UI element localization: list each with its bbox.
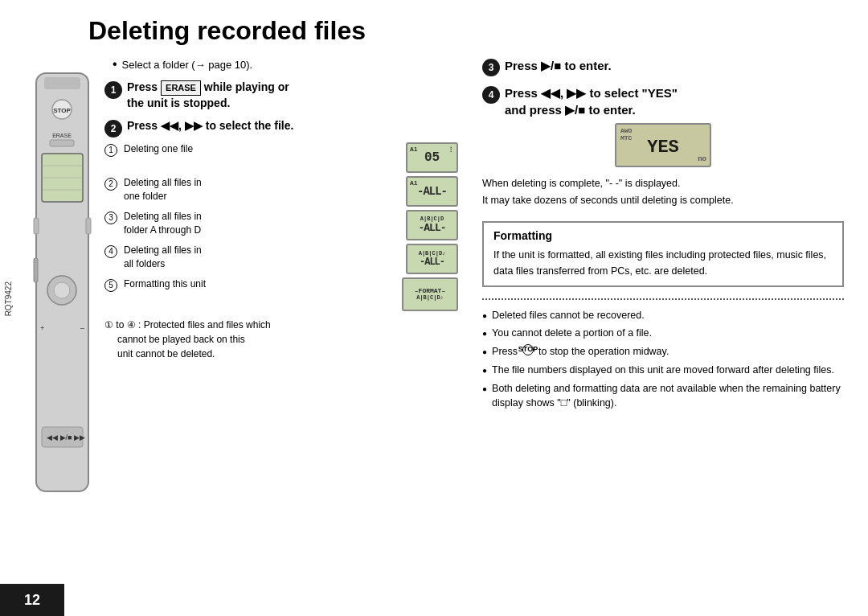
formatting-text: If the unit is formatted, all existing f… bbox=[493, 247, 833, 279]
protected-note: ① to ④ : Protected files and files which… bbox=[104, 318, 458, 361]
sub-step-3: 3 Deleting all files infolder A through … bbox=[104, 210, 458, 240]
dotted-separator bbox=[482, 298, 844, 300]
step-4-text: Press ◀◀, ▶▶ to select "YES" and press ▶… bbox=[505, 84, 678, 118]
svg-rect-1 bbox=[44, 77, 80, 89]
sub-step-4: 4 Deleting all files inall folders A|B|C… bbox=[104, 244, 458, 274]
bullet-4: The file numbers displayed on this unit … bbox=[482, 363, 844, 378]
lcd-yes-wrapper: AWO MTC YES no bbox=[482, 123, 844, 167]
page-number: 12 bbox=[0, 584, 64, 616]
lcd-2: Al -ALL- bbox=[406, 176, 458, 207]
lcd-4: A|B|C|D♪ -ALL- bbox=[406, 244, 458, 274]
step-3-number: 3 bbox=[482, 59, 500, 76]
svg-text:–: – bbox=[80, 324, 84, 332]
step-2-number: 2 bbox=[104, 120, 122, 138]
left-column: STOP ERASE + bbox=[24, 57, 458, 585]
svg-text:ERASE: ERASE bbox=[52, 133, 72, 138]
svg-text:+: + bbox=[40, 324, 44, 332]
stop-icon: STOP bbox=[522, 344, 534, 355]
sub-step-2: 2 Deleting all files inone folder Al -AL… bbox=[104, 176, 458, 207]
svg-point-13 bbox=[54, 282, 70, 298]
svg-text:◀◀ ▶/■ ▶▶: ◀◀ ▶/■ ▶▶ bbox=[47, 433, 85, 441]
sub-step-5: 5 Formatting this unit –FORMAT– A|B|C|D♪ bbox=[104, 277, 458, 311]
step-2-text: Press ◀◀, ▶▶ to select the file. bbox=[127, 118, 293, 134]
bullet-3: Press STOP to stop the operation midway. bbox=[482, 344, 844, 359]
step-2-block: 2 Press ◀◀, ▶▶ to select the file. bbox=[104, 118, 458, 138]
bullet-1: Deleted files cannot be recovered. bbox=[482, 308, 844, 323]
main-layout: STOP ERASE + bbox=[24, 57, 844, 585]
sub-steps-list: 1 Deleting one file Al 05 ⋮ 2 Deletin bbox=[104, 142, 458, 311]
bullet-5: Both deleting and formatting data are no… bbox=[482, 381, 844, 412]
page-container: 12 RQT9422 Deleting recorded files STOP … bbox=[0, 0, 868, 616]
svg-rect-10 bbox=[34, 218, 39, 234]
svg-rect-18 bbox=[34, 258, 38, 282]
erase-key: ERASE bbox=[161, 80, 201, 96]
lcd-3: A|B|C|D -ALL- bbox=[406, 210, 458, 240]
lcd-1: Al 05 ⋮ bbox=[406, 142, 458, 173]
bullet-list: Deleted files cannot be recovered. You c… bbox=[482, 308, 844, 412]
rqt-code: RQT9422 bbox=[4, 281, 13, 316]
device-image: STOP ERASE + bbox=[24, 57, 100, 542]
page-title: Deleting recorded files bbox=[88, 16, 844, 46]
step-3-block: 3 Press ▶/■ to enter. bbox=[482, 57, 844, 76]
step-4-number: 4 bbox=[482, 86, 500, 104]
bullet-note: Select a folder (→ page 10). bbox=[113, 57, 458, 72]
step-1-text: Press ERASE while playing or the unit is… bbox=[127, 80, 289, 112]
step-1-number: 1 bbox=[104, 81, 122, 99]
right-column: 3 Press ▶/■ to enter. 4 Press ◀◀, ▶▶ to … bbox=[458, 57, 844, 585]
svg-text:STOP: STOP bbox=[53, 107, 71, 114]
formatting-box: Formatting If the unit is formatted, all… bbox=[482, 221, 844, 287]
svg-rect-11 bbox=[86, 218, 91, 234]
formatting-title: Formatting bbox=[493, 229, 833, 242]
lcd-yes-display: AWO MTC YES no bbox=[615, 123, 711, 167]
svg-rect-5 bbox=[50, 140, 74, 146]
step-3-text: Press ▶/■ to enter. bbox=[505, 57, 612, 74]
completion-notes: When deleting is complete, "- -" is disp… bbox=[482, 175, 844, 210]
bullet-2: You cannot delete a portion of a file. bbox=[482, 326, 844, 341]
lcd-5: –FORMAT– A|B|C|D♪ bbox=[402, 277, 458, 311]
step-4-block: 4 Press ◀◀, ▶▶ to select "YES" and press… bbox=[482, 84, 844, 118]
step-1-block: 1 Press ERASE while playing or the unit … bbox=[104, 80, 458, 112]
sub-step-1: 1 Deleting one file Al 05 ⋮ bbox=[104, 142, 458, 173]
